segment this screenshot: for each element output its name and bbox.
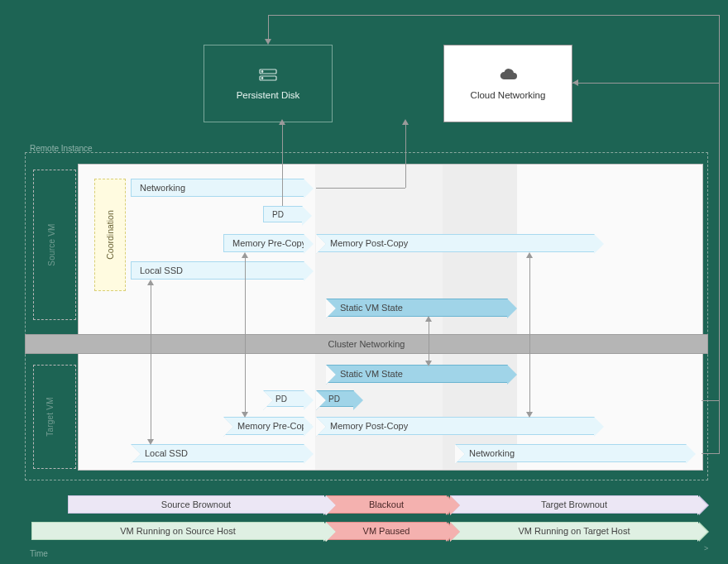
- connector: [316, 188, 405, 189]
- axis-time-label: Time: [30, 549, 48, 558]
- connector: [405, 122, 406, 188]
- src-pd: PD: [263, 206, 303, 222]
- target-vm-bracket: Target VM: [33, 365, 76, 469]
- tgt-networking: Networking: [455, 444, 687, 462]
- phase-paused: VM Paused: [326, 522, 447, 540]
- phase-brownout-tgt: Target Brownout: [450, 495, 698, 514]
- tgt-mem-precopy: Memory Pre-Copy: [223, 417, 304, 435]
- arrowhead-up-icon: [425, 316, 432, 322]
- persistent-disk-label: Persistent Disk: [237, 90, 300, 100]
- cloud-icon: [496, 67, 520, 84]
- arrowhead-down-icon: [242, 412, 248, 418]
- tgt-mem-postcopy: Memory Post-Copy: [316, 417, 595, 435]
- tgt-pd-post: PD: [316, 390, 354, 407]
- src-networking: Networking: [131, 179, 304, 197]
- phase-brownout-src: Source Brownout: [68, 495, 324, 514]
- arrowhead-down-icon: [526, 412, 533, 418]
- disk-icon: [256, 67, 280, 84]
- arrowhead-left-icon: [572, 79, 578, 86]
- arrowhead-up-icon: [242, 252, 248, 258]
- axis-time-tick: >: [704, 544, 708, 552]
- tgt-local-ssd: Local SSD: [131, 444, 304, 462]
- target-vm-label: Target VM: [46, 397, 55, 436]
- arrowhead-up-icon: [402, 119, 409, 125]
- coordination-box: Coordination: [94, 179, 126, 291]
- connector: [572, 83, 720, 84]
- connector: [245, 254, 246, 416]
- svg-point-2: [261, 71, 263, 73]
- cluster-networking-band: Cluster Networking: [25, 334, 708, 354]
- phase-run-tgt: VM Running on Target Host: [450, 522, 698, 540]
- source-vm-label: Source VM: [47, 223, 56, 265]
- arrowhead-up-icon: [147, 280, 154, 285]
- phase-blackout: Blackout: [326, 495, 447, 514]
- connector: [282, 122, 283, 206]
- connector: [268, 15, 720, 16]
- tgt-pd-pre: PD: [263, 390, 304, 407]
- tgt-static-vm-state: Static VM State: [326, 365, 508, 383]
- src-mem-postcopy: Memory Post-Copy: [316, 234, 595, 252]
- source-vm-bracket: Source VM: [33, 170, 76, 320]
- phase-run-src: VM Running on Source Host: [31, 522, 324, 540]
- arrowhead-up-icon: [279, 119, 285, 125]
- arrowhead-down-icon: [265, 39, 271, 45]
- arrowhead-down-icon: [147, 439, 154, 445]
- cluster-networking-label: Cluster Networking: [328, 339, 405, 349]
- service-cloud-networking: Cloud Networking: [443, 45, 572, 122]
- connector: [719, 400, 720, 453]
- connector: [702, 453, 720, 454]
- src-local-ssd: Local SSD: [131, 261, 304, 280]
- coordination-label: Coordination: [105, 210, 115, 260]
- src-mem-precopy: Memory Pre-Copy: [223, 234, 304, 252]
- service-persistent-disk: Persistent Disk: [204, 45, 333, 122]
- svg-point-3: [261, 78, 263, 79]
- src-static-vm-state: Static VM State: [326, 299, 508, 317]
- cloud-networking-label: Cloud Networking: [471, 90, 546, 100]
- connector: [529, 254, 530, 416]
- arrowhead-up-icon: [526, 252, 533, 258]
- connector: [719, 15, 720, 400]
- connector: [151, 281, 151, 443]
- connector: [702, 400, 720, 401]
- arrowhead-down-icon: [425, 361, 432, 366]
- connector: [429, 318, 429, 364]
